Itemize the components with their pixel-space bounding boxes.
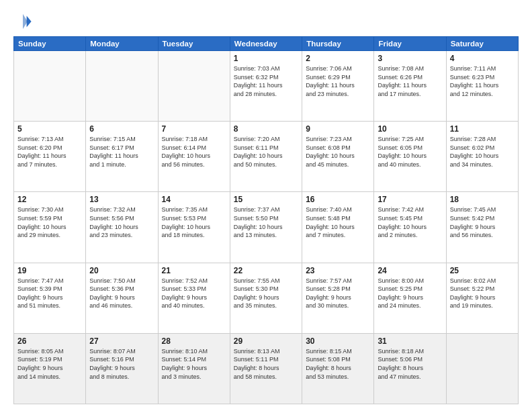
calendar-table: SundayMondayTuesdayWednesdayThursdayFrid… bbox=[13, 36, 519, 404]
cell-info: Sunrise: 7:25 AM Sunset: 6:05 PM Dayligh… bbox=[378, 135, 442, 169]
calendar-cell: 14Sunrise: 7:35 AM Sunset: 5:53 PM Dayli… bbox=[158, 192, 230, 263]
week-row-1: 1Sunrise: 7:03 AM Sunset: 6:32 PM Daylig… bbox=[14, 51, 519, 122]
calendar-cell bbox=[86, 51, 158, 122]
calendar-cell bbox=[158, 51, 230, 122]
week-row-4: 19Sunrise: 7:47 AM Sunset: 5:39 PM Dayli… bbox=[14, 263, 519, 333]
calendar-cell: 24Sunrise: 8:00 AM Sunset: 5:25 PM Dayli… bbox=[374, 263, 446, 333]
cell-info: Sunrise: 7:57 AM Sunset: 5:28 PM Dayligh… bbox=[306, 277, 370, 310]
weekday-header-friday: Friday bbox=[374, 37, 446, 51]
calendar-cell: 6Sunrise: 7:15 AM Sunset: 6:17 PM Daylig… bbox=[86, 122, 158, 192]
cell-info: Sunrise: 7:52 AM Sunset: 5:33 PM Dayligh… bbox=[162, 277, 226, 310]
cell-info: Sunrise: 7:47 AM Sunset: 5:39 PM Dayligh… bbox=[17, 277, 82, 310]
cell-info: Sunrise: 7:28 AM Sunset: 6:02 PM Dayligh… bbox=[450, 135, 515, 169]
weekday-header-saturday: Saturday bbox=[446, 37, 518, 51]
cell-info: Sunrise: 7:32 AM Sunset: 5:56 PM Dayligh… bbox=[89, 205, 154, 239]
day-number: 12 bbox=[17, 195, 82, 204]
cell-info: Sunrise: 7:15 AM Sunset: 6:17 PM Dayligh… bbox=[89, 135, 154, 169]
day-number: 8 bbox=[234, 124, 298, 134]
day-number: 15 bbox=[234, 195, 298, 204]
day-number: 26 bbox=[17, 336, 82, 346]
calendar-cell: 26Sunrise: 8:05 AM Sunset: 5:19 PM Dayli… bbox=[14, 333, 86, 404]
calendar-cell: 28Sunrise: 8:10 AM Sunset: 5:14 PM Dayli… bbox=[158, 333, 230, 404]
cell-info: Sunrise: 7:55 AM Sunset: 5:30 PM Dayligh… bbox=[234, 277, 298, 310]
calendar-cell: 20Sunrise: 7:50 AM Sunset: 5:36 PM Dayli… bbox=[86, 263, 158, 333]
weekday-header-tuesday: Tuesday bbox=[158, 37, 230, 51]
calendar-cell: 18Sunrise: 7:45 AM Sunset: 5:42 PM Dayli… bbox=[446, 192, 518, 263]
week-row-5: 26Sunrise: 8:05 AM Sunset: 5:19 PM Dayli… bbox=[14, 333, 519, 404]
cell-info: Sunrise: 7:13 AM Sunset: 6:20 PM Dayligh… bbox=[17, 135, 82, 169]
cell-info: Sunrise: 8:05 AM Sunset: 5:19 PM Dayligh… bbox=[17, 347, 82, 381]
calendar-cell: 4Sunrise: 7:11 AM Sunset: 6:23 PM Daylig… bbox=[446, 51, 518, 122]
day-number: 18 bbox=[450, 195, 515, 204]
cell-info: Sunrise: 7:20 AM Sunset: 6:11 PM Dayligh… bbox=[234, 135, 298, 169]
cell-info: Sunrise: 7:40 AM Sunset: 5:48 PM Dayligh… bbox=[306, 205, 370, 239]
calendar-cell: 2Sunrise: 7:06 AM Sunset: 6:29 PM Daylig… bbox=[302, 51, 374, 122]
weekday-header-wednesday: Wednesday bbox=[230, 37, 302, 51]
header bbox=[13, 12, 519, 31]
day-number: 2 bbox=[306, 54, 370, 63]
day-number: 21 bbox=[162, 266, 226, 275]
day-number: 16 bbox=[306, 195, 370, 204]
day-number: 6 bbox=[89, 124, 154, 134]
cell-info: Sunrise: 7:08 AM Sunset: 6:26 PM Dayligh… bbox=[378, 64, 442, 98]
cell-info: Sunrise: 7:23 AM Sunset: 6:08 PM Dayligh… bbox=[306, 135, 370, 169]
cell-info: Sunrise: 8:02 AM Sunset: 5:22 PM Dayligh… bbox=[450, 277, 515, 310]
calendar-cell: 13Sunrise: 7:32 AM Sunset: 5:56 PM Dayli… bbox=[86, 192, 158, 263]
day-number: 17 bbox=[378, 195, 442, 204]
cell-info: Sunrise: 7:37 AM Sunset: 5:50 PM Dayligh… bbox=[234, 205, 298, 239]
calendar-cell: 9Sunrise: 7:23 AM Sunset: 6:08 PM Daylig… bbox=[302, 122, 374, 192]
cell-info: Sunrise: 8:18 AM Sunset: 5:06 PM Dayligh… bbox=[378, 347, 442, 381]
calendar-cell: 8Sunrise: 7:20 AM Sunset: 6:11 PM Daylig… bbox=[230, 122, 302, 192]
day-number: 3 bbox=[378, 54, 442, 63]
day-number: 31 bbox=[378, 336, 442, 346]
calendar-cell: 12Sunrise: 7:30 AM Sunset: 5:59 PM Dayli… bbox=[14, 192, 86, 263]
day-number: 14 bbox=[162, 195, 226, 204]
day-number: 11 bbox=[450, 124, 515, 134]
cell-info: Sunrise: 7:03 AM Sunset: 6:32 PM Dayligh… bbox=[234, 64, 298, 98]
calendar-cell: 27Sunrise: 8:07 AM Sunset: 5:16 PM Dayli… bbox=[86, 333, 158, 404]
cell-info: Sunrise: 7:06 AM Sunset: 6:29 PM Dayligh… bbox=[306, 64, 370, 98]
cell-info: Sunrise: 7:11 AM Sunset: 6:23 PM Dayligh… bbox=[450, 64, 515, 98]
cell-info: Sunrise: 7:42 AM Sunset: 5:45 PM Dayligh… bbox=[378, 205, 442, 239]
cell-info: Sunrise: 7:50 AM Sunset: 5:36 PM Dayligh… bbox=[89, 277, 154, 310]
day-number: 13 bbox=[89, 195, 154, 204]
calendar-cell: 1Sunrise: 7:03 AM Sunset: 6:32 PM Daylig… bbox=[230, 51, 302, 122]
cell-info: Sunrise: 8:10 AM Sunset: 5:14 PM Dayligh… bbox=[162, 347, 226, 381]
day-number: 19 bbox=[17, 266, 82, 275]
cell-info: Sunrise: 8:13 AM Sunset: 5:11 PM Dayligh… bbox=[234, 347, 298, 381]
calendar-cell: 10Sunrise: 7:25 AM Sunset: 6:05 PM Dayli… bbox=[374, 122, 446, 192]
day-number: 4 bbox=[450, 54, 515, 63]
weekday-header-sunday: Sunday bbox=[14, 37, 86, 51]
calendar-cell: 5Sunrise: 7:13 AM Sunset: 6:20 PM Daylig… bbox=[14, 122, 86, 192]
calendar-cell: 16Sunrise: 7:40 AM Sunset: 5:48 PM Dayli… bbox=[302, 192, 374, 263]
day-number: 22 bbox=[234, 266, 298, 275]
calendar-cell: 30Sunrise: 8:15 AM Sunset: 5:08 PM Dayli… bbox=[302, 333, 374, 404]
calendar-cell bbox=[446, 333, 518, 404]
cell-info: Sunrise: 8:00 AM Sunset: 5:25 PM Dayligh… bbox=[378, 277, 442, 310]
day-number: 7 bbox=[162, 124, 226, 134]
day-number: 30 bbox=[306, 336, 370, 346]
weekday-header-thursday: Thursday bbox=[302, 37, 374, 51]
cell-info: Sunrise: 8:15 AM Sunset: 5:08 PM Dayligh… bbox=[306, 347, 370, 381]
calendar-cell: 17Sunrise: 7:42 AM Sunset: 5:45 PM Dayli… bbox=[374, 192, 446, 263]
day-number: 27 bbox=[89, 336, 154, 346]
calendar-cell: 11Sunrise: 7:28 AM Sunset: 6:02 PM Dayli… bbox=[446, 122, 518, 192]
day-number: 29 bbox=[234, 336, 298, 346]
calendar-cell: 23Sunrise: 7:57 AM Sunset: 5:28 PM Dayli… bbox=[302, 263, 374, 333]
day-number: 23 bbox=[306, 266, 370, 275]
logo bbox=[13, 12, 35, 31]
day-number: 24 bbox=[378, 266, 442, 275]
calendar-cell: 7Sunrise: 7:18 AM Sunset: 6:14 PM Daylig… bbox=[158, 122, 230, 192]
calendar-cell bbox=[14, 51, 86, 122]
calendar-cell: 31Sunrise: 8:18 AM Sunset: 5:06 PM Dayli… bbox=[374, 333, 446, 404]
cell-info: Sunrise: 7:35 AM Sunset: 5:53 PM Dayligh… bbox=[162, 205, 226, 239]
day-number: 10 bbox=[378, 124, 442, 134]
cell-info: Sunrise: 7:30 AM Sunset: 5:59 PM Dayligh… bbox=[17, 205, 82, 239]
calendar-cell: 25Sunrise: 8:02 AM Sunset: 5:22 PM Dayli… bbox=[446, 263, 518, 333]
week-row-3: 12Sunrise: 7:30 AM Sunset: 5:59 PM Dayli… bbox=[14, 192, 519, 263]
calendar-cell: 19Sunrise: 7:47 AM Sunset: 5:39 PM Dayli… bbox=[14, 263, 86, 333]
day-number: 28 bbox=[162, 336, 226, 346]
calendar-cell: 29Sunrise: 8:13 AM Sunset: 5:11 PM Dayli… bbox=[230, 333, 302, 404]
cell-info: Sunrise: 8:07 AM Sunset: 5:16 PM Dayligh… bbox=[89, 347, 154, 381]
day-number: 25 bbox=[450, 266, 515, 275]
